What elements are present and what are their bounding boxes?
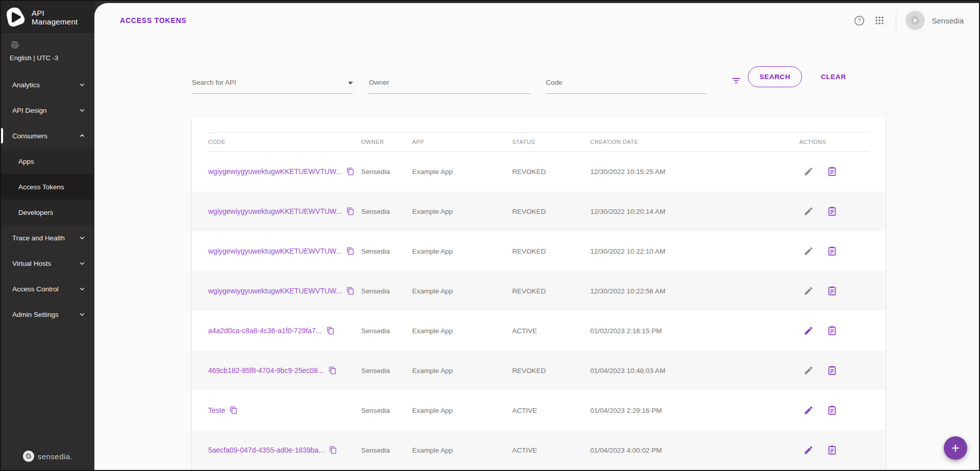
app-window: API Management English | UTC -3 Analytic… xyxy=(0,0,980,471)
creation-date-cell: 01/04/2023 4:00:02 PM xyxy=(590,447,799,454)
status-cell: REVOKED xyxy=(512,367,590,375)
app-logo-line1: API xyxy=(32,9,78,17)
advanced-filter-button[interactable] xyxy=(726,70,746,91)
creation-date-cell: 12/30/2022 10:22:56 AM xyxy=(590,287,799,295)
token-code-link[interactable]: wgiygewiygyuwektugwKKETUEWVTUW... xyxy=(208,247,342,255)
token-code-link[interactable]: wgiygewiygyuwektugwKKETUEWVTUW... xyxy=(208,207,342,215)
chevron-down-icon xyxy=(78,285,86,293)
sidebar-item-api-design[interactable]: API Design xyxy=(1,97,94,123)
token-details-button[interactable] xyxy=(823,401,841,419)
sidebar-item-virtual-hosts[interactable]: Virtual Hosts xyxy=(1,251,94,276)
owner-input[interactable]: Owner xyxy=(369,63,531,94)
app-cell: Example App xyxy=(412,327,512,335)
sidebar-item-analytics[interactable]: Analytics xyxy=(1,72,94,97)
app-cell: Example App xyxy=(412,208,512,215)
edit-token-button[interactable] xyxy=(799,361,818,380)
app-cell: Example App xyxy=(412,367,512,375)
app-cell: Example App xyxy=(412,168,512,176)
actions-cell xyxy=(799,162,869,181)
clipboard-icon xyxy=(827,445,837,455)
code-cell: 5aecfa09-047d-4355-ad0e-1839ba... xyxy=(208,446,361,454)
edit-token-button[interactable] xyxy=(799,242,818,260)
status-cell: REVOKED xyxy=(512,208,590,215)
table-row: 5aecfa09-047d-4355-ad0e-1839ba...Sensedi… xyxy=(192,430,886,470)
token-details-button[interactable] xyxy=(823,162,841,181)
sidebar-item-developers[interactable]: Developers xyxy=(1,200,94,225)
edit-token-button[interactable] xyxy=(799,401,818,419)
token-details-button[interactable] xyxy=(823,441,841,459)
search-button[interactable]: SEARCH xyxy=(748,66,802,87)
add-token-fab[interactable]: + xyxy=(944,436,967,460)
edit-token-button[interactable] xyxy=(799,282,818,300)
copy-code-button[interactable] xyxy=(329,446,337,454)
code-input[interactable]: Code xyxy=(546,63,706,94)
sidebar-item-consumers[interactable]: Consumers xyxy=(1,123,94,148)
edit-token-button[interactable] xyxy=(799,441,818,459)
copy-code-button[interactable] xyxy=(329,366,337,375)
copy-code-button[interactable] xyxy=(346,247,355,255)
copy-icon xyxy=(346,167,355,176)
clipboard-icon xyxy=(827,365,837,376)
sidebar-item-apps[interactable]: Apps xyxy=(1,148,94,174)
clear-button[interactable]: CLEAR xyxy=(815,66,852,87)
code-cell: 469cb182-85f8-4704-9bc9-25ec08... xyxy=(208,366,361,375)
code-placeholder: Code xyxy=(546,79,562,86)
token-code-link[interactable]: 469cb182-85f8-4704-9bc9-25ec08... xyxy=(208,366,324,375)
copy-code-button[interactable] xyxy=(346,167,355,176)
sidebar-item-admin-settings[interactable]: Admin Settings xyxy=(1,302,94,327)
edit-pencil-icon xyxy=(803,365,814,376)
copy-code-button[interactable] xyxy=(230,406,238,414)
edit-token-button[interactable] xyxy=(799,202,818,220)
api-select-value: Search for API xyxy=(192,79,236,86)
copy-icon xyxy=(230,406,238,414)
edit-token-button[interactable] xyxy=(799,162,818,181)
copy-code-button[interactable] xyxy=(346,287,355,295)
chevron-down-icon xyxy=(348,82,353,85)
token-code-link[interactable]: 5aecfa09-047d-4355-ad0e-1839ba... xyxy=(208,446,324,454)
creation-date-cell: 01/02/2023 2:16:15 PM xyxy=(590,327,799,335)
owner-cell: Sensedia xyxy=(361,407,412,414)
token-details-button[interactable] xyxy=(823,321,841,340)
copy-icon xyxy=(346,287,355,295)
sidebar-item-trace-and-health[interactable]: Trace and Health xyxy=(1,225,94,251)
token-details-button[interactable] xyxy=(823,361,841,380)
actions-cell xyxy=(799,361,869,380)
active-section-indicator xyxy=(1,128,3,143)
help-button[interactable]: ? xyxy=(849,10,869,31)
copy-code-button[interactable] xyxy=(346,207,355,215)
avatar-sensedia-icon xyxy=(910,15,921,26)
user-avatar[interactable] xyxy=(906,11,925,30)
status-cell: REVOKED xyxy=(512,287,590,295)
token-details-button[interactable] xyxy=(823,202,841,220)
clipboard-icon xyxy=(827,286,837,296)
token-details-button[interactable] xyxy=(823,282,841,300)
sidebar-item-label: Access Control xyxy=(12,285,59,293)
clipboard-icon xyxy=(827,405,837,415)
creation-date-cell: 01/04/2023 2:29:16 PM xyxy=(590,407,799,414)
apps-grid-button[interactable] xyxy=(869,10,890,31)
sidebar-item-access-control[interactable]: Access Control xyxy=(1,276,94,302)
col-owner: OWNER xyxy=(361,139,412,145)
sidebar-item-access-tokens[interactable]: Access Tokens xyxy=(1,174,94,200)
chevron-down-icon xyxy=(78,234,86,242)
edit-pencil-icon xyxy=(803,246,814,256)
app-cell: Example App xyxy=(412,447,512,454)
edit-token-button[interactable] xyxy=(799,321,818,340)
token-code-link[interactable]: wgiygewiygyuwektugwKKETUEWVTUW... xyxy=(208,167,342,176)
code-cell: wgiygewiygyuwektugwKKETUEWVTUW... xyxy=(208,207,361,215)
language-selector[interactable]: English | UTC -3 xyxy=(1,34,94,69)
sidebar-item-label: Admin Settings xyxy=(12,311,59,318)
actions-cell xyxy=(799,282,869,300)
table-header: CODE OWNER APP STATUS CREATION DATE ACTI… xyxy=(208,132,869,152)
app-logo-line2: Management xyxy=(32,17,78,26)
api-select[interactable]: Search for API xyxy=(192,63,353,94)
filter-lines-icon xyxy=(731,76,741,86)
copy-code-button[interactable] xyxy=(326,327,335,335)
owner-cell: Sensedia xyxy=(361,287,412,295)
token-details-button[interactable] xyxy=(823,242,841,260)
token-code-link[interactable]: wgiygewiygyuwektugwKKETUEWVTUW... xyxy=(208,287,342,295)
token-code-link[interactable]: a4a2d0ca-c8a8-4c36-a1f0-729fa7... xyxy=(208,327,322,335)
token-code-link[interactable]: Teste xyxy=(208,406,225,414)
code-cell: Teste xyxy=(208,406,361,414)
owner-cell: Sensedia xyxy=(361,447,412,454)
